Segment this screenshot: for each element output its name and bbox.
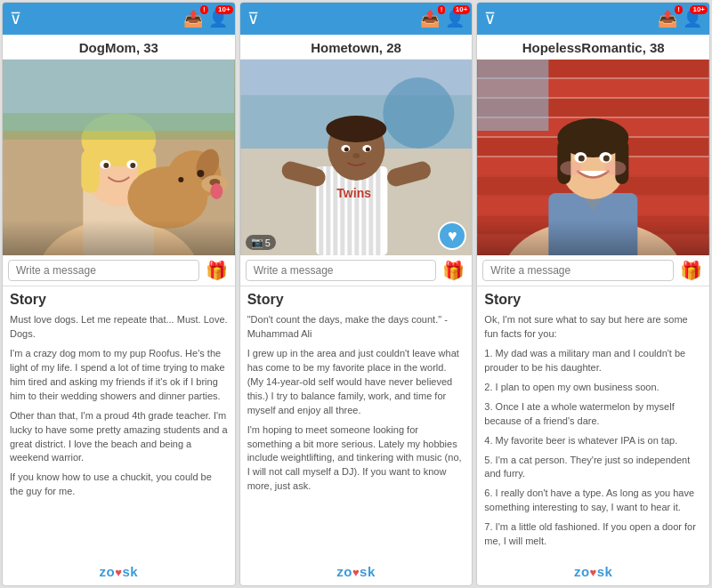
header-bar-3: ⊽ 📤 ! 👤 10+ [477,3,709,35]
profile-card-3: ⊽ 📤 ! 👤 10+ HopelessRomantic, 38 [476,2,710,586]
svg-point-73 [561,161,582,175]
svg-point-41 [344,148,349,152]
svg-point-43 [352,153,360,158]
header-bar-2: ⊽ 📤 ! 👤 10+ [240,3,473,35]
profile-name-3: HopelessRomantic, 38 [477,35,709,60]
name-text-3: HopelessRomantic, 38 [522,40,665,55]
filter-icon-3[interactable]: ⊽ [484,9,496,28]
svg-rect-30 [340,166,344,255]
svg-rect-28 [326,166,330,255]
notification-badge-1: ! [200,5,208,14]
story-para-3-5: 5. I'm a cat person. They're just so ind… [484,454,702,482]
photo-count-badge-2: 📷 5 [246,235,276,250]
zoosk-logo-3: zo♥sk [574,564,613,579]
filter-icon-2[interactable]: ⊽ [247,9,259,28]
message-input-3[interactable] [482,260,674,281]
count-text-2: 5 [265,238,271,248]
header-right-1: 📤 ! 👤 10+ [183,9,228,28]
photo-area-2[interactable]: Twins 📷 5 ♥ [240,60,473,255]
photo-gradient-3 [477,220,709,255]
header-right-2: 📤 ! 👤 10+ [420,9,465,28]
svg-text:Twins: Twins [336,186,371,200]
story-para-3-6: 6. I really don't have a type. As long a… [484,487,702,515]
story-text-3: Ok, I'm not sure what to say but here ar… [484,313,702,549]
svg-rect-20 [3,113,234,140]
svg-point-10 [130,163,135,168]
story-title-2: Story [247,292,465,308]
svg-point-16 [197,170,204,177]
photo-area-3[interactable] [477,60,709,255]
profile-card-1: ⊽ 📤 ! 👤 10+ DogMom, 33 [2,2,236,586]
matches-badge-1: 10+ [215,5,233,14]
story-para-1-2: Other than that, I'm a proud 4th grade t… [10,409,228,466]
matches-badge-3: 10+ [690,5,708,14]
notification-badge-2: ! [438,5,446,14]
photo-gradient-1 [3,220,235,255]
story-para-3-1: 1. My dad was a military man and I could… [484,347,702,375]
filter-icon-1[interactable]: ⊽ [10,9,21,28]
story-section-1: Story Must love dogs. Let me repeate tha… [3,286,235,560]
svg-point-71 [578,156,585,162]
notification-btn-3[interactable]: 📤 ! [658,9,677,28]
svg-rect-5 [81,149,99,193]
zoosk-heart-2: ♥ [352,566,360,579]
svg-point-42 [366,148,370,152]
story-para-1-1: I'm a crazy dog mom to my pup Roofus. He… [10,347,228,404]
notification-badge-3: ! [675,5,683,14]
header-left-2: ⊽ [247,9,259,28]
notification-icon-1: 📤 [183,9,203,28]
name-text-1: DogMom, 33 [79,40,158,55]
photo-badge-row-2: 📷 5 [246,235,276,250]
story-text-2: "Don't count the days, make the days cou… [247,313,465,494]
header-left-3: ⊽ [484,9,496,28]
header-left-1: ⊽ [10,9,21,28]
matches-badge-2: 10+ [453,5,471,14]
matches-btn-3[interactable]: 👤 10+ [683,9,702,28]
photo-area-1[interactable] [3,60,235,255]
notification-btn-1[interactable]: 📤 ! [183,9,203,28]
header-right-3: 📤 ! 👤 10+ [658,9,702,28]
matches-btn-2[interactable]: 👤 10+ [445,9,465,28]
story-para-2-1: I grew up in the area and just couldn't … [247,347,465,418]
svg-rect-75 [478,60,549,131]
story-para-2-2: I'm hoping to meet someone looking for s… [247,423,465,495]
message-row-2: 🎁 [240,255,473,286]
name-text-2: Hometown, 28 [311,40,401,55]
zoosk-heart-3: ♥ [590,566,597,579]
gift-button-2[interactable]: 🎁 [441,260,466,281]
zoosk-footer-2: zo♥sk [240,560,473,585]
notification-btn-2[interactable]: 📤 ! [420,9,440,28]
svg-point-17 [178,177,183,182]
camera-icon-2: 📷 [251,237,263,248]
gift-button-1[interactable]: 🎁 [204,260,230,281]
profile-name-1: DogMom, 33 [3,35,235,60]
story-title-1: Story [10,292,228,308]
svg-rect-34 [368,166,373,255]
message-row-3: 🎁 [477,255,709,286]
story-para-3-0: Ok, I'm not sure what to say but here ar… [484,313,702,342]
story-para-3-4: 4. My favorite beer is whatever IPA is o… [484,434,702,448]
message-row-1: 🎁 [3,255,235,286]
svg-point-18 [210,183,222,199]
story-para-2-0: "Don't count the days, make the days cou… [247,313,465,342]
profile-card-2: ⊽ 📤 ! 👤 10+ Hometown, 28 [239,2,473,586]
svg-rect-29 [333,166,337,255]
zoosk-heart-1: ♥ [115,566,122,579]
header-bar-1: ⊽ 📤 ! 👤 10+ [3,3,235,35]
gift-button-3[interactable]: 🎁 [678,260,704,281]
svg-point-74 [605,161,627,175]
svg-point-38 [326,116,386,142]
story-title-3: Story [484,292,702,308]
story-para-3-7: 7. I'm a little old fashioned. If you op… [484,520,702,549]
zoosk-logo-1: zo♥sk [100,564,139,579]
notification-icon-2: 📤 [420,9,440,28]
story-text-1: Must love dogs. Let me repeate that... M… [10,313,228,499]
message-input-1[interactable] [8,260,199,281]
svg-point-9 [103,163,109,168]
svg-point-25 [383,77,454,149]
zoosk-footer-3: zo♥sk [477,560,709,585]
svg-rect-35 [376,166,380,255]
message-input-2[interactable] [246,260,437,281]
svg-point-72 [603,156,610,162]
matches-btn-1[interactable]: 👤 10+ [208,9,228,28]
